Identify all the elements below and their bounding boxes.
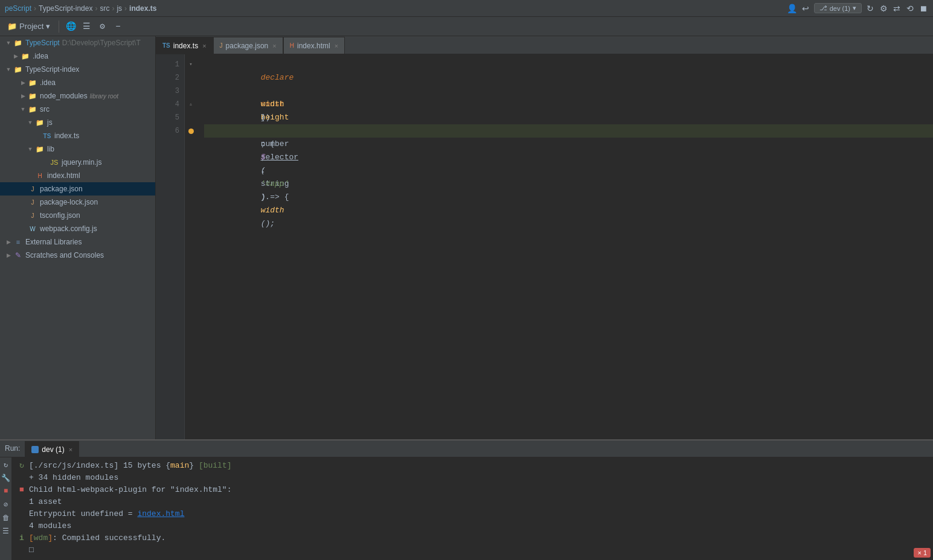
run-wrench-icon[interactable]: 🔧: [1, 473, 11, 483]
align-icon[interactable]: ☰: [80, 20, 93, 33]
sidebar: 📁 TypeScript D:\Develop\TypeScript\T 📁 .…: [0, 36, 156, 439]
sidebar-item-jquery[interactable]: JS jquery.min.js: [0, 156, 155, 169]
dev-tab-close[interactable]: ×: [69, 446, 72, 453]
profile-icon[interactable]: 👤: [787, 4, 797, 13]
run-list-icon[interactable]: ☰: [1, 526, 11, 536]
scratches-icon: ✎: [13, 251, 23, 259]
refresh-icon[interactable]: ↻: [865, 4, 875, 13]
sidebar-item-external-libs[interactable]: ≡ External Libraries: [0, 235, 155, 249]
sidebar-item-idea-nested[interactable]: 📁 .idea: [0, 76, 155, 89]
output-text-2: + 34 hidden modules: [29, 472, 931, 484]
webpack-label: webpack.config.js: [40, 224, 97, 233]
arrow-icon: [19, 79, 27, 86]
breadcrumb-js[interactable]: js: [117, 4, 122, 13]
sidebar-item-webpack[interactable]: W webpack.config.js: [0, 222, 155, 235]
sidebar-item-typescript-index[interactable]: 📁 TypeScript-index: [0, 63, 155, 76]
project-menu[interactable]: 📁 Project ▾: [4, 21, 54, 32]
tab-close-index-html[interactable]: ×: [335, 42, 338, 49]
sidebar-item-index-ts[interactable]: TS index.ts: [0, 129, 155, 142]
ts-tab-icon: TS: [162, 42, 170, 49]
folder-icon: 📁: [13, 65, 23, 74]
json-lock-icon: J: [28, 198, 37, 206]
breadcrumb-src[interactable]: src: [100, 4, 109, 13]
index-html-link[interactable]: index.html: [137, 509, 184, 518]
package-lock-label: package-lock.json: [40, 198, 98, 206]
output-text-1: [./src/js/index.ts] 15 bytes {main} [bui…: [29, 460, 931, 472]
tab-close-package-json[interactable]: ×: [272, 42, 276, 49]
arrow-icon: [27, 119, 34, 126]
sidebar-item-tsconfig[interactable]: J tsconfig.json: [0, 209, 155, 222]
branch-icon: ⎇: [819, 4, 827, 12]
fold-icon-1[interactable]: ▾: [185, 58, 197, 71]
tab-bar: TS index.ts × J package.json × H index.h…: [156, 36, 933, 54]
sidebar-item-package-json[interactable]: J package.json: [0, 182, 155, 196]
output-text-6: 4 modules: [29, 520, 931, 532]
sidebar-item-scratches[interactable]: ✎ Scratches and Consoles: [0, 249, 155, 262]
arrow-icon: [12, 52, 19, 60]
breadcrumb-index-ts[interactable]: index.ts: [129, 4, 156, 13]
editor-area: TS index.ts × J package.json × H index.h…: [156, 36, 933, 439]
folder-icon: 📁: [35, 145, 45, 153]
stop-icon[interactable]: ⏹: [919, 4, 928, 13]
arrow-icon: [5, 39, 12, 46]
root-path: D:\Develop\TypeScript\T: [62, 39, 141, 47]
fold-icon-4[interactable]: ▵: [185, 98, 197, 111]
run-filter-icon[interactable]: ⊘: [1, 500, 11, 509]
tab-package-json-label: package.json: [226, 42, 269, 50]
minus-icon[interactable]: −: [111, 20, 124, 33]
tab-package-json[interactable]: J package.json ×: [213, 37, 283, 54]
line-numbers: 1 2 3 4 5 6: [156, 54, 185, 439]
js-label: js: [47, 118, 53, 127]
sidebar-item-package-lock[interactable]: J package-lock.json: [0, 196, 155, 209]
line-number-2: 2: [156, 71, 184, 84]
sidebar-item-typescript-root[interactable]: 📁 TypeScript D:\Develop\TypeScript\T: [0, 36, 155, 49]
branch-label: dev (1): [830, 5, 850, 12]
sync-icon[interactable]: ⇄: [892, 4, 902, 13]
bottom-run-container: ↻ 🔧 ■ ⊘ 🗑 ☰ ↻ [./src/js/index.ts] 15 byt…: [0, 457, 933, 560]
output-text-8: □: [29, 544, 931, 556]
folder-icon: 📁: [28, 105, 37, 113]
sidebar-item-index-html[interactable]: H index.html: [0, 169, 155, 182]
bookmark-icon-6[interactable]: [185, 124, 197, 138]
earth-icon[interactable]: 🌐: [64, 20, 77, 33]
code-editor[interactable]: 1 2 3 4 5 6 ▾ ▵: [156, 54, 933, 439]
tsconfig-label: tsconfig.json: [40, 211, 80, 220]
sidebar-item-js[interactable]: 📁 js: [0, 116, 155, 129]
sidebar-item-lib[interactable]: 📁 lib: [0, 142, 155, 156]
settings-icon[interactable]: ⚙: [879, 4, 888, 13]
run-trash-icon[interactable]: 🗑: [1, 513, 11, 523]
folder-icon: 📁: [21, 52, 30, 60]
code-line-2: width (): number ;: [204, 71, 933, 84]
branch-button[interactable]: ⎇ dev (1) ▾: [814, 3, 862, 13]
revert-icon[interactable]: ⟲: [905, 4, 915, 13]
lib-label: lib: [47, 145, 54, 153]
sidebar-item-node-modules[interactable]: 📁 node_modules library root: [0, 89, 155, 103]
run-reload-icon[interactable]: ↻: [1, 460, 11, 469]
back-icon[interactable]: ↩: [801, 4, 810, 13]
tab-index-ts[interactable]: TS index.ts ×: [156, 37, 213, 54]
output-line-5: Entrypoint undefined = index.html: [12, 508, 933, 520]
run-stop-icon[interactable]: ■: [1, 486, 11, 496]
breadcrumb-typescript-index[interactable]: TypeScript-index: [39, 4, 92, 13]
arrow-icon: [5, 66, 12, 73]
sidebar-item-idea[interactable]: 📁 .idea: [0, 49, 155, 63]
title-bar: peScript › TypeScript-index › src › js ›…: [0, 0, 933, 17]
bottom-tabs: Run: dev (1) ×: [0, 441, 933, 457]
output-text-4: 1 asset: [29, 496, 931, 508]
output-line-2: + 34 hidden modules: [12, 472, 933, 484]
breadcrumb-pescript[interactable]: peScript: [5, 4, 31, 13]
bottom-tab-dev[interactable]: dev (1) ×: [25, 441, 79, 457]
run-label: Run:: [0, 440, 25, 457]
info-icon: i: [14, 532, 29, 544]
code-content[interactable]: declare const $ : ( selector : string ) …: [197, 54, 933, 439]
output-line-4: 1 asset: [12, 496, 933, 508]
error-badge[interactable]: × 1: [914, 548, 931, 558]
run-sidebar: ↻ 🔧 ■ ⊘ 🗑 ☰: [0, 457, 12, 560]
idea-label: .idea: [33, 52, 48, 60]
tab-close-index-ts[interactable]: ×: [202, 42, 206, 49]
tab-index-html[interactable]: H index.html ×: [283, 37, 345, 54]
sidebar-item-src[interactable]: 📁 src: [0, 103, 155, 116]
folder-icon: 📁: [28, 92, 37, 100]
arrow-icon: [5, 252, 12, 259]
settings-icon[interactable]: ⚙: [95, 20, 109, 33]
